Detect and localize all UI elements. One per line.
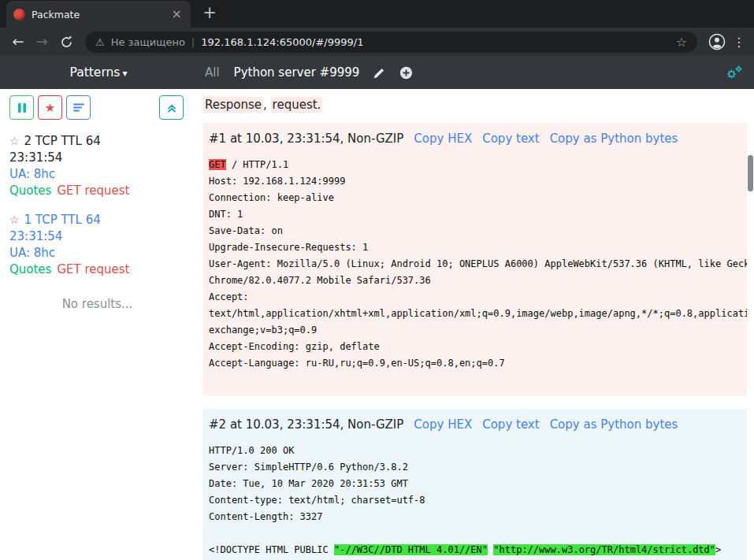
packet-card-response: #2 at 10.03, 23:31:54, Non-GZIP Copy HEX…: [203, 409, 754, 560]
url-text[interactable]: 192.168.1.124:65000/#/9999/1: [201, 36, 669, 48]
url-separator: |: [191, 36, 195, 48]
packet-body[interactable]: HTTP/1.0 200 OKServer: SimpleHTTP/0.6 Py…: [209, 443, 754, 560]
pattern-separator: ,: [263, 98, 271, 112]
stream-tabs: All Python server #9999: [197, 65, 726, 80]
stream-sidebar: ★ ☆2 TCP TTL 64 23:31:54 UA: 8hc QuotesG…: [0, 89, 197, 560]
pattern-tag-quotes: Quotes: [9, 262, 51, 276]
edit-pencil-icon[interactable]: [373, 67, 385, 79]
browser-tab[interactable]: Packmate ×: [6, 1, 191, 28]
page-scrollbar[interactable]: [747, 89, 754, 560]
pause-capture-button[interactable]: [9, 95, 34, 120]
profile-avatar-icon[interactable]: [704, 33, 730, 50]
favorites-filter-button[interactable]: ★: [38, 95, 62, 120]
collapse-sidebar-button[interactable]: [159, 95, 184, 120]
pattern-chip-response[interactable]: Response: [203, 97, 263, 113]
copy-text-link[interactable]: Copy text: [482, 131, 539, 147]
copy-text-link[interactable]: Copy text: [482, 417, 539, 433]
stream-user-agent: UA: 8hc: [9, 245, 197, 261]
settings-gears-icon[interactable]: [726, 65, 743, 80]
pattern-tag-get-request: GET request: [57, 262, 129, 276]
pattern-tag-get-request: GET request: [57, 184, 129, 198]
stream-user-agent: UA: 8hc: [9, 166, 197, 183]
packet-meta: #1 at 10.03, 23:31:54, Non-GZIP: [209, 131, 403, 147]
browser-tab-bar: Packmate × +: [0, 0, 754, 28]
app-header: Patterns▾ All Python server #9999: [0, 56, 754, 89]
caret-down-icon: ▾: [122, 68, 127, 79]
patterns-dropdown[interactable]: Patterns▾: [0, 65, 197, 80]
reload-icon[interactable]: [54, 35, 79, 49]
packet-body[interactable]: GET / HTTP/1.1Host: 192.168.1.124:9999Co…: [209, 157, 754, 388]
no-results-label: No results...: [9, 297, 197, 311]
back-icon[interactable]: ←: [6, 35, 30, 49]
pattern-filter-button[interactable]: [66, 95, 91, 120]
packet-header: #1 at 10.03, 23:31:54, Non-GZIP Copy HEX…: [209, 131, 754, 147]
copy-python-bytes-link[interactable]: Copy as Python bytes: [550, 131, 678, 147]
add-pattern-icon[interactable]: [399, 66, 413, 80]
matched-patterns-line: Response, request.: [203, 97, 754, 113]
tab-close-icon[interactable]: ×: [170, 8, 184, 20]
stream-time: 23:31:54: [9, 228, 197, 245]
copy-hex-link[interactable]: Copy HEX: [414, 417, 472, 433]
browser-toolbar: ← → ⚠ Не защищено | 192.168.1.124:65000/…: [0, 28, 754, 56]
content-area: ★ ☆2 TCP TTL 64 23:31:54 UA: 8hc QuotesG…: [0, 89, 754, 560]
security-label: Не защищено: [111, 36, 185, 48]
new-tab-button[interactable]: +: [200, 5, 219, 21]
browser-menu-icon[interactable]: ⋮: [730, 35, 748, 50]
packet-view: Response, request. #1 at 10.03, 23:31:54…: [197, 89, 754, 560]
stream-time: 23:31:54: [9, 150, 197, 166]
not-secure-warning-icon[interactable]: ⚠: [95, 36, 105, 48]
forward-icon[interactable]: →: [30, 35, 54, 49]
packet-card-request: #1 at 10.03, 23:31:54, Non-GZIP Copy HEX…: [203, 123, 754, 396]
sidebar-toolbar: ★: [9, 95, 197, 120]
copy-hex-link[interactable]: Copy HEX: [414, 131, 472, 147]
bookmark-star-icon[interactable]: ☆: [676, 35, 687, 50]
packet-meta: #2 at 10.03, 23:31:54, Non-GZIP: [209, 417, 403, 433]
tab-title: Packmate: [32, 9, 164, 20]
stream-list-item[interactable]: ☆1 TCP TTL 64 23:31:54 UA: 8hc QuotesGET…: [9, 212, 197, 278]
copy-python-bytes-link[interactable]: Copy as Python bytes: [550, 417, 678, 433]
stream-title: 1 TCP TTL 64: [24, 213, 101, 227]
scrollbar-thumb[interactable]: [748, 155, 753, 191]
stream-title: 2 TCP TTL 64: [24, 134, 101, 148]
favorite-star-icon[interactable]: ☆: [9, 135, 20, 147]
packmate-favicon: [13, 9, 25, 20]
tab-all[interactable]: All: [205, 65, 220, 80]
patterns-label: Patterns: [70, 65, 121, 80]
favorite-star-icon[interactable]: ☆: [9, 213, 20, 226]
pattern-chip-request[interactable]: request.: [271, 97, 323, 113]
address-bar[interactable]: ⚠ Не защищено | 192.168.1.124:65000/#/99…: [85, 32, 697, 53]
packet-header: #2 at 10.03, 23:31:54, Non-GZIP Copy HEX…: [209, 417, 754, 433]
stream-list-item[interactable]: ☆2 TCP TTL 64 23:31:54 UA: 8hc QuotesGET…: [9, 133, 197, 199]
pattern-tag-quotes: Quotes: [9, 184, 51, 198]
tab-current-stream[interactable]: Python server #9999: [234, 65, 360, 80]
